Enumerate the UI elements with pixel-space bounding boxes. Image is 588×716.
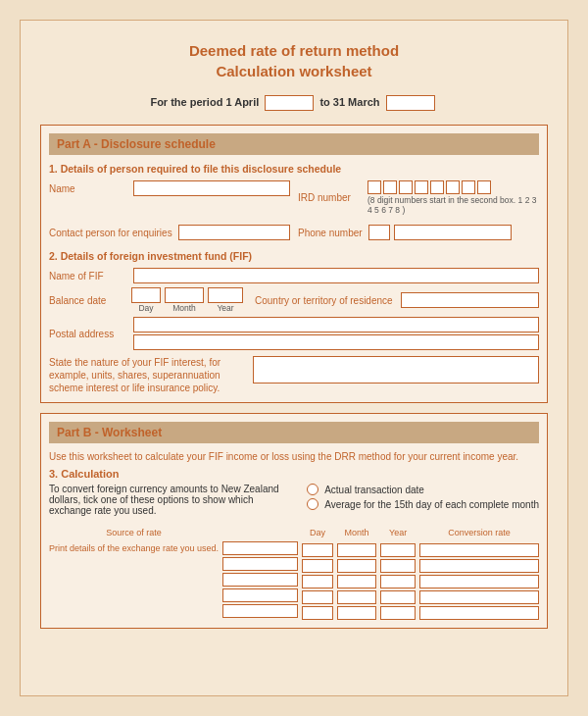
- balance-day-input[interactable]: [131, 287, 161, 303]
- radio-row-2: Average for the 15th day of each complet…: [307, 498, 539, 510]
- phone-field-row: Phone number: [298, 225, 539, 240]
- year-input-3[interactable]: [380, 575, 416, 588]
- ird-box-3[interactable]: [399, 180, 413, 194]
- balance-month-input[interactable]: [165, 287, 204, 303]
- conv-input-4[interactable]: [419, 590, 539, 604]
- month-group: Month: [165, 287, 204, 313]
- month-input-1[interactable]: [337, 543, 376, 557]
- conv-col: Conversion rate: [419, 528, 539, 620]
- fif-name-input[interactable]: [133, 268, 539, 283]
- day-group: Day: [131, 287, 161, 313]
- radio-average[interactable]: [307, 498, 318, 510]
- day-col-header: Day: [302, 528, 333, 541]
- year-label: Year: [217, 303, 233, 313]
- month-input-4[interactable]: [337, 590, 376, 604]
- conv-col-header: Conversion rate: [419, 528, 539, 541]
- balance-date-row: Balance date Day Month Year Country or t…: [49, 287, 539, 313]
- source-input-3[interactable]: [222, 573, 298, 587]
- year-input-1[interactable]: [380, 543, 416, 557]
- day-col: Day: [302, 528, 333, 620]
- name-section: Name: [49, 180, 290, 219]
- calc-desc-text: To convert foreign currency amounts to N…: [49, 484, 295, 522]
- month-input-2[interactable]: [337, 559, 376, 573]
- phone-number-input[interactable]: [394, 225, 512, 240]
- page: Deemed rate of return method Calculation…: [20, 20, 568, 696]
- page-title: Deemed rate of return method Calculation…: [40, 40, 548, 81]
- country-label: Country or territory of residence: [255, 295, 393, 306]
- year-group: Year: [208, 287, 243, 313]
- calc-title: 3. Calculation: [49, 468, 539, 480]
- phone-prefix-input[interactable]: [368, 225, 390, 240]
- source-input-2[interactable]: [222, 557, 298, 571]
- name-input[interactable]: [133, 180, 290, 196]
- period-start-input[interactable]: [265, 95, 314, 111]
- day-input-1[interactable]: [302, 543, 333, 557]
- ird-box-5[interactable]: [430, 180, 444, 194]
- conv-input-5[interactable]: [419, 606, 539, 620]
- month-col: Month: [337, 528, 376, 620]
- nature-label: State the nature of your FIF interest, f…: [49, 356, 245, 394]
- day-input-5[interactable]: [302, 606, 333, 620]
- period-end-label: to 31 March: [319, 96, 379, 108]
- contact-section: Contact person for enquiries: [49, 225, 290, 244]
- postal-input-2[interactable]: [133, 334, 539, 350]
- ird-boxes: [368, 180, 539, 194]
- year-input-4[interactable]: [380, 590, 416, 604]
- ird-box-4[interactable]: [415, 180, 428, 194]
- conv-input-1[interactable]: [419, 543, 539, 557]
- source-inputs-col: [222, 528, 298, 618]
- radio-actual[interactable]: [307, 484, 318, 495]
- radio-actual-label: Actual transaction date: [324, 485, 424, 495]
- ird-box-1[interactable]: [368, 180, 381, 194]
- contact-field-row: Contact person for enquiries: [49, 225, 290, 240]
- day-input-3[interactable]: [302, 575, 333, 588]
- source-input-4[interactable]: [222, 588, 298, 602]
- part-a-header: Part A - Disclosure schedule: [49, 133, 539, 155]
- radio-row-1: Actual transaction date: [307, 484, 539, 495]
- conv-input-3[interactable]: [419, 575, 539, 588]
- month-input-3[interactable]: [337, 575, 376, 588]
- ird-boxes-container: (8 digit numbers start in the second box…: [368, 180, 539, 215]
- period-start-label: For the period 1 April: [150, 96, 259, 108]
- year-col: Year: [380, 528, 416, 620]
- ird-box-7[interactable]: [462, 180, 475, 194]
- month-col-header: Month: [337, 528, 376, 541]
- year-input-2[interactable]: [380, 559, 416, 573]
- ird-box-2[interactable]: [383, 180, 397, 194]
- exchange-table: Source of rate Print details of the exch…: [49, 528, 539, 620]
- name-label: Name: [49, 183, 127, 194]
- year-input-5[interactable]: [380, 606, 416, 620]
- radio-options: Actual transaction date Average for the …: [307, 484, 539, 510]
- period-end-input[interactable]: [386, 95, 435, 111]
- postal-row: Postal address: [49, 317, 539, 350]
- fif-name-row: Name of FIF: [49, 268, 539, 283]
- source-input-5[interactable]: [222, 604, 298, 618]
- part-a-section: Part A - Disclosure schedule 1. Details …: [40, 125, 548, 403]
- balance-year-input[interactable]: [208, 287, 243, 303]
- phone-label: Phone number: [298, 228, 363, 238]
- ird-box-6[interactable]: [446, 180, 460, 194]
- phone-inputs: [368, 225, 512, 240]
- day-input-2[interactable]: [302, 559, 333, 573]
- part-b-header: Part B - Worksheet: [49, 422, 539, 443]
- day-input-4[interactable]: [302, 590, 333, 604]
- day-label: Day: [138, 303, 153, 313]
- source-input-1[interactable]: [222, 541, 298, 555]
- part-b-section: Part B - Worksheet Use this worksheet to…: [40, 413, 548, 629]
- ird-box-8[interactable]: [477, 180, 491, 194]
- print-label: Print details of the exchange rate you u…: [49, 543, 219, 555]
- source-col-header: Source of rate: [49, 528, 219, 541]
- conv-input-2[interactable]: [419, 559, 539, 573]
- name-ird-row: Name IRD number: [49, 180, 539, 219]
- ird-label: IRD number: [298, 192, 362, 203]
- month-input-5[interactable]: [337, 606, 376, 620]
- subsection2-title: 2. Details of foreign investment fund (F…: [49, 250, 539, 262]
- fif-section: 2. Details of foreign investment fund (F…: [49, 250, 539, 394]
- contact-input[interactable]: [178, 225, 290, 240]
- country-input[interactable]: [401, 292, 539, 308]
- nature-input[interactable]: [253, 356, 539, 384]
- postal-input-1[interactable]: [133, 317, 539, 332]
- year-col-header: Year: [380, 528, 416, 541]
- print-label-container: Source of rate Print details of the exch…: [49, 528, 219, 555]
- part-b-description: Use this worksheet to calculate your FIF…: [49, 451, 539, 462]
